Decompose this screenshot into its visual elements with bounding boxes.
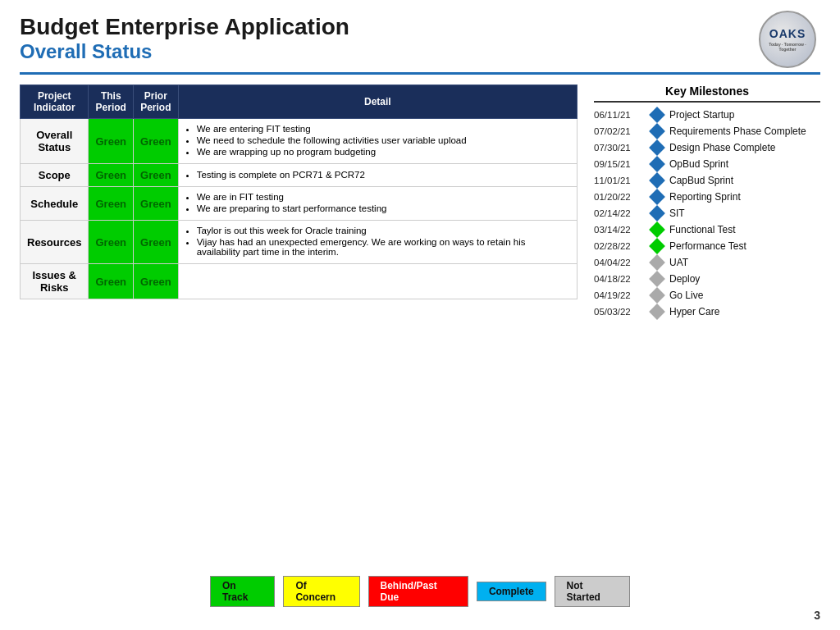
logo-subtitle-text: Today · Tomorrow · Together	[760, 42, 815, 52]
row-label-overall: OverallStatus	[21, 119, 89, 164]
list-item: 06/11/21 Project Startup	[594, 109, 820, 121]
right-section: Key Milestones 06/11/21 Project Startup …	[594, 84, 820, 322]
milestone-label: Requirements Phase Complete	[669, 126, 806, 137]
legend-item-not-started: Not Started	[555, 576, 630, 607]
milestone-label: OpBud Sprint	[669, 158, 728, 170]
milestone-label: Reporting Sprint	[669, 191, 741, 203]
logo-oaks-text: OAKS	[769, 27, 806, 41]
table-row: Resources Green Green Taylor is out this…	[21, 221, 578, 264]
diamond-icon	[649, 304, 665, 320]
legend-box-gray: Not Started	[555, 576, 630, 607]
milestone-label: Functional Test	[669, 224, 736, 235]
milestone-label: Performance Test	[669, 240, 746, 252]
diamond-icon	[649, 189, 665, 205]
list-item: 01/20/22 Reporting Sprint	[594, 191, 820, 203]
row-this-period-issues: Green	[89, 264, 134, 299]
milestone-date: 02/28/22	[594, 241, 645, 251]
diamond-icon	[649, 221, 665, 238]
milestone-date: 11/01/21	[594, 176, 645, 185]
milestones-title: Key Milestones	[594, 84, 820, 103]
milestone-label: Design Phase Complete	[669, 142, 775, 153]
row-detail-issues	[178, 264, 577, 299]
list-item: 07/02/21 Requirements Phase Complete	[594, 126, 820, 137]
milestone-date: 06/11/21	[594, 110, 645, 120]
legend-box-yellow: Of Concern	[283, 576, 359, 607]
legend-box-green: On Track	[210, 576, 275, 607]
legend-item-on-track: On Track	[210, 576, 275, 607]
milestone-label: Hyper Care	[669, 306, 719, 317]
header-titles: Budget Enterprise Application Overall St…	[20, 15, 349, 64]
milestone-date: 01/20/22	[594, 192, 645, 202]
sub-title: Overall Status	[20, 40, 349, 64]
milestone-date: 03/14/22	[594, 225, 645, 235]
diamond-icon	[649, 205, 665, 221]
milestone-date: 07/30/21	[594, 143, 645, 153]
col-header-detail: Detail	[178, 85, 577, 119]
list-item: 09/15/21 OpBud Sprint	[594, 158, 820, 170]
list-item: 02/28/22 Performance Test	[594, 240, 820, 252]
row-prior-period-scope: Green	[134, 164, 179, 187]
separator-line	[20, 72, 820, 75]
row-prior-period-overall: Green	[134, 119, 179, 164]
row-this-period-scope: Green	[89, 164, 134, 187]
legend-item-complete: Complete	[477, 582, 546, 601]
page-number: 3	[814, 609, 820, 622]
diamond-icon	[649, 238, 665, 254]
col-header-prior-period: PriorPeriod	[134, 85, 179, 119]
diamond-icon	[649, 139, 665, 156]
list-item: 05/03/22 Hyper Care	[594, 306, 820, 317]
milestone-date: 04/04/22	[594, 258, 645, 267]
diamond-icon	[649, 287, 665, 304]
left-section: ProjectIndicator ThisPeriod PriorPeriod …	[20, 84, 578, 322]
legend-item-of-concern: Of Concern	[283, 576, 359, 607]
diamond-icon	[649, 172, 665, 189]
row-label-scope: Scope	[21, 164, 89, 187]
col-header-indicator: ProjectIndicator	[21, 85, 89, 119]
diamond-icon	[649, 123, 665, 139]
milestone-label: Deploy	[669, 273, 700, 285]
list-item: 04/19/22 Go Live	[594, 290, 820, 301]
list-item: 02/14/22 SIT	[594, 208, 820, 219]
logo-area: OAKS Today · Tomorrow · Together	[755, 15, 820, 64]
list-item: 03/14/22 Functional Test	[594, 224, 820, 235]
list-item: 04/18/22 Deploy	[594, 273, 820, 285]
row-prior-period-resources: Green	[134, 221, 179, 264]
main-title: Budget Enterprise Application	[20, 15, 349, 40]
diamond-icon	[649, 254, 665, 271]
milestone-date: 04/19/22	[594, 290, 645, 300]
list-item: 11/01/21 CapBud Sprint	[594, 175, 820, 186]
legend-item-behind: Behind/Past Due	[368, 576, 468, 607]
milestone-label: Project Startup	[669, 109, 734, 121]
table-row: Scope Green Green Testing is complete on…	[21, 164, 578, 187]
row-detail-resources: Taylor is out this week for Oracle train…	[178, 221, 577, 264]
status-table: ProjectIndicator ThisPeriod PriorPeriod …	[20, 84, 578, 299]
table-row: OverallStatus Green Green We are enterin…	[21, 119, 578, 164]
row-detail-scope: Testing is complete on PCR71 & PCR72	[178, 164, 577, 187]
diamond-icon	[649, 156, 665, 172]
row-prior-period-issues: Green	[134, 264, 179, 299]
diamond-icon	[649, 107, 665, 123]
row-label-issues: Issues &Risks	[21, 264, 89, 299]
row-this-period-overall: Green	[89, 119, 134, 164]
row-detail-schedule: We are in FIT testing We are preparing t…	[178, 187, 577, 221]
table-row: Schedule Green Green We are in FIT testi…	[21, 187, 578, 221]
table-row: Issues &Risks Green Green	[21, 264, 578, 299]
list-item: 04/04/22 UAT	[594, 257, 820, 268]
col-header-this-period: ThisPeriod	[89, 85, 134, 119]
row-prior-period-schedule: Green	[134, 187, 179, 221]
header: Budget Enterprise Application Overall St…	[20, 15, 820, 64]
row-this-period-resources: Green	[89, 221, 134, 264]
milestone-date: 04/18/22	[594, 274, 645, 284]
legend-box-blue: Complete	[477, 582, 546, 601]
legend: On Track Of Concern Behind/Past Due Comp…	[210, 576, 630, 607]
milestone-label: SIT	[669, 208, 685, 219]
row-detail-overall: We are entering FIT testing We need to s…	[178, 119, 577, 164]
milestone-date: 05/03/22	[594, 307, 645, 317]
row-label-resources: Resources	[21, 221, 89, 264]
milestone-label: UAT	[669, 257, 688, 268]
list-item: 07/30/21 Design Phase Complete	[594, 142, 820, 153]
oaks-logo: OAKS Today · Tomorrow · Together	[759, 11, 816, 68]
milestone-date: 07/02/21	[594, 126, 645, 136]
row-label-schedule: Schedule	[21, 187, 89, 221]
milestone-label: Go Live	[669, 290, 703, 301]
